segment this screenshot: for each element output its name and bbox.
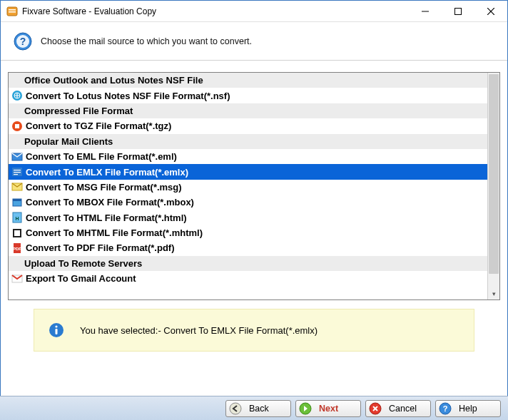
format-option-label: Convert To EML File Format(*.eml) [26,151,177,162]
selection-info-text: You have selected:- Convert To EMLX File… [80,325,318,336]
instruction-bar: ? Choose the mail source to which you wa… [1,22,507,61]
tgz-icon [11,121,23,132]
svg-rect-17 [14,172,21,173]
back-icon [229,402,242,415]
svg-rect-31 [56,329,58,334]
emlx-icon [11,166,23,178]
format-option-label: Convert To MBOX File Format(*.mbox) [26,197,194,208]
svg-rect-1 [9,9,16,11]
format-option[interactable]: Convert to TGZ File Format(*.tgz) [9,118,487,133]
app-icon [6,6,18,17]
svg-text:?: ? [20,36,26,47]
window-controls [409,1,507,21]
next-button[interactable]: Next [295,400,361,417]
minimize-icon [422,8,429,15]
section-header-label: Upload To Remote Servers [24,258,142,269]
html-icon: H [11,212,23,223]
format-option[interactable]: Convert To EML File Format(*.eml) [9,149,487,164]
svg-rect-13 [15,124,19,128]
help-label: Help [459,404,477,414]
main-panel: Office Outlook and Lotus Notes NSF FileC… [1,61,507,360]
scroll-down-icon[interactable]: ▾ [488,287,499,299]
format-option-label: Convert To MHTML File Format(*.mhtml) [26,227,203,238]
format-option[interactable]: Convert To EMLX File Format(*.emlx) [9,164,487,179]
footer: Back Next Cancel ? Help [0,396,508,420]
svg-rect-16 [14,170,21,170]
help-button[interactable]: ? Help [435,400,501,417]
back-label: Back [249,404,269,414]
eml-icon [11,151,23,163]
format-option[interactable]: Convert To Lotus Notes NSF File Format(*… [9,88,487,103]
format-option-label: Convert To HTML File Format(*.html) [26,212,187,223]
svg-rect-2 [9,11,16,13]
list-section-header: Upload To Remote Servers [9,256,487,271]
list-section-header: Compressed File Format [9,103,487,118]
cancel-icon [369,402,382,415]
section-header-label: Compressed File Format [24,106,133,116]
instruction-text: Choose the mail source to which you want… [41,36,252,46]
scroll-thumb[interactable] [489,74,499,274]
close-icon [487,8,494,15]
format-option-label: Convert To EMLX File Format(*.emlx) [26,167,188,178]
format-option-label: Convert to TGZ File Format(*.tgz) [26,121,171,131]
format-option[interactable]: Convert To MHTML File Format(*.mhtml) [9,225,487,240]
section-header-label: Office Outlook and Lotus Notes NSF File [24,75,203,86]
svg-rect-4 [455,8,462,14]
svg-rect-18 [14,174,18,175]
window-title: Fixvare Software - Evaluation Copy [22,6,409,16]
next-label: Next [319,404,338,414]
format-option-label: Convert To MSG File Format(*.msg) [26,182,182,193]
nsf-icon [11,90,23,101]
svg-rect-21 [13,199,21,201]
msg-icon [11,181,23,193]
info-icon [49,322,64,338]
format-option[interactable]: Export To Gmail Account [9,271,487,286]
svg-point-30 [55,325,57,327]
svg-text:?: ? [443,404,448,413]
list-section-header: Office Outlook and Lotus Notes NSF File [9,73,487,88]
help-icon: ? [14,32,32,51]
format-list[interactable]: Office Outlook and Lotus Notes NSF FileC… [8,72,500,300]
format-option[interactable]: PDFConvert To PDF File Format(*.pdf) [9,240,487,255]
scrollbar[interactable]: ▾ [487,73,499,299]
next-icon [299,402,312,415]
help-button-icon: ? [439,402,452,415]
format-option[interactable]: Convert To MSG File Format(*.msg) [9,180,487,195]
format-option[interactable]: Convert To MBOX File Format(*.mbox) [9,195,487,210]
maximize-icon [454,8,462,15]
svg-point-32 [230,403,241,414]
mbox-icon [11,197,23,208]
titlebar: Fixvare Software - Evaluation Copy [1,1,507,22]
svg-text:PDF: PDF [13,247,21,251]
minimize-button[interactable] [409,1,442,21]
format-option-label: Convert To PDF File Format(*.pdf) [26,242,174,253]
selection-info: You have selected:- Convert To EMLX File… [34,309,474,352]
format-option-label: Export To Gmail Account [26,273,136,284]
section-header-label: Popular Mail Clients [24,136,113,147]
cancel-button[interactable]: Cancel [365,400,431,417]
format-option-label: Convert To Lotus Notes NSF File Format(*… [26,91,230,101]
back-button[interactable]: Back [225,400,291,417]
format-option[interactable]: HConvert To HTML File Format(*.html) [9,210,487,225]
gmail-icon [11,273,23,285]
maximize-button[interactable] [442,1,474,21]
svg-text:H: H [15,216,19,221]
cancel-label: Cancel [389,404,417,414]
svg-rect-25 [14,230,20,236]
list-section-header: Popular Mail Clients [9,134,487,149]
pdf-icon: PDF [11,242,23,254]
close-button[interactable] [474,1,507,21]
mhtml-icon [11,227,23,239]
